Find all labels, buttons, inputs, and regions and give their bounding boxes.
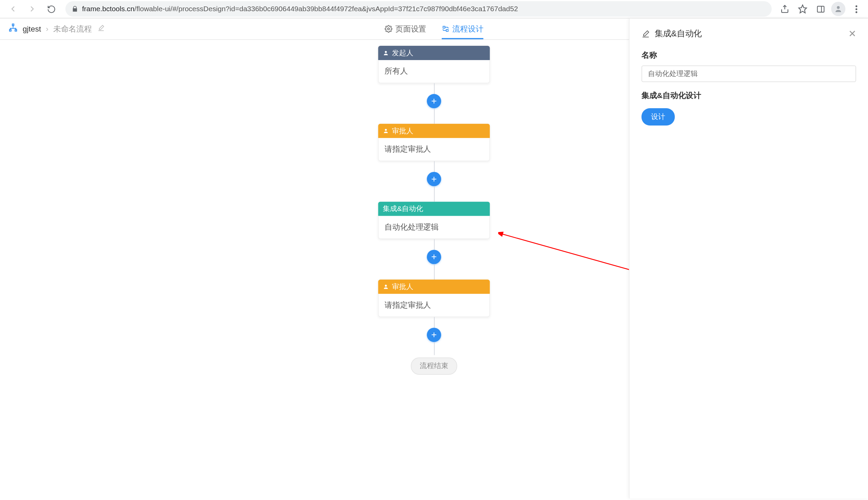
- breadcrumb-separator: ›: [46, 24, 48, 33]
- design-button[interactable]: 设计: [641, 108, 675, 125]
- forward-button[interactable]: [24, 1, 40, 17]
- node-title: 集成&自动化: [383, 204, 423, 214]
- flow-icon: [442, 25, 450, 33]
- node-approver-2[interactable]: 审批人 请指定审批人: [378, 280, 490, 317]
- svg-marker-0: [798, 5, 806, 13]
- browser-toolbar: frame.bctools.cn/flowable-ui/#/processDe…: [0, 0, 868, 18]
- node-title: 审批人: [392, 126, 413, 136]
- field-label-name: 名称: [641, 50, 856, 61]
- panel-title: 集成&自动化: [641, 28, 702, 39]
- add-node-button[interactable]: +: [427, 94, 441, 108]
- add-node-button[interactable]: +: [427, 172, 441, 186]
- add-node-button[interactable]: +: [427, 328, 441, 342]
- flow-end: 流程结束: [411, 357, 458, 375]
- edit-name-icon[interactable]: [98, 24, 105, 33]
- node-approver-1[interactable]: 审批人 请指定审批人: [378, 124, 490, 161]
- node-body: 所有人: [378, 60, 490, 83]
- section-title: 集成&自动化设计: [641, 91, 856, 101]
- reload-button[interactable]: [43, 1, 59, 17]
- svg-rect-5: [10, 30, 11, 31]
- gear-icon: [384, 25, 392, 33]
- svg-rect-4: [12, 24, 14, 26]
- person-icon: [383, 128, 389, 134]
- lock-icon: [71, 5, 78, 13]
- node-automation[interactable]: 集成&自动化 自动化处理逻辑: [378, 202, 490, 239]
- svg-point-10: [385, 51, 387, 53]
- chrome-actions: [777, 2, 863, 16]
- sitemap-icon: [9, 23, 18, 34]
- svg-rect-1: [817, 6, 824, 12]
- svg-point-11: [385, 129, 387, 131]
- node-header: 集成&自动化: [378, 202, 490, 216]
- svg-rect-6: [15, 30, 16, 31]
- svg-point-7: [387, 28, 390, 30]
- breadcrumb: gjtest › 未命名流程: [9, 23, 105, 34]
- panel-close-button[interactable]: ✕: [848, 28, 856, 39]
- profile-avatar[interactable]: [831, 2, 845, 16]
- node-body: 自动化处理逻辑: [378, 216, 490, 239]
- edit-icon: [641, 30, 650, 38]
- tab-label: 页面设置: [395, 23, 426, 34]
- tab-page-settings[interactable]: 页面设置: [384, 18, 426, 39]
- svg-point-12: [385, 285, 387, 287]
- node-header: 审批人: [378, 280, 490, 294]
- breadcrumb-flow: 未命名流程: [53, 23, 92, 34]
- node-body: 请指定审批人: [378, 138, 490, 161]
- address-bar[interactable]: frame.bctools.cn/flowable-ui/#/processDe…: [66, 1, 772, 17]
- person-icon: [383, 284, 389, 290]
- add-node-button[interactable]: +: [427, 250, 441, 264]
- node-initiator[interactable]: 发起人 所有人: [378, 46, 490, 83]
- node-header: 审批人: [378, 124, 490, 138]
- star-icon[interactable]: [796, 2, 810, 16]
- tab-process-design[interactable]: 流程设计: [442, 18, 484, 39]
- name-input[interactable]: [641, 66, 856, 82]
- header-tabs: 页面设置 流程设计: [384, 18, 483, 39]
- properties-panel: 集成&自动化 ✕ 名称 集成&自动化设计 设计: [629, 18, 868, 498]
- url-text: frame.bctools.cn/flowable-ui/#/processDe…: [82, 5, 766, 13]
- node-header: 发起人: [378, 46, 490, 60]
- svg-rect-8: [443, 26, 445, 28]
- node-body: 请指定审批人: [378, 294, 490, 317]
- back-button[interactable]: [5, 1, 21, 17]
- panel-title-text: 集成&自动化: [655, 28, 702, 39]
- svg-rect-9: [446, 30, 448, 32]
- tab-label: 流程设计: [452, 23, 483, 34]
- panel-icon[interactable]: [813, 2, 828, 16]
- node-title: 发起人: [392, 48, 413, 58]
- person-icon: [383, 50, 389, 56]
- node-title: 审批人: [392, 282, 413, 292]
- share-icon[interactable]: [777, 2, 792, 16]
- svg-point-3: [837, 6, 840, 9]
- breadcrumb-app[interactable]: gjtest: [23, 24, 41, 33]
- menu-icon[interactable]: [849, 2, 863, 16]
